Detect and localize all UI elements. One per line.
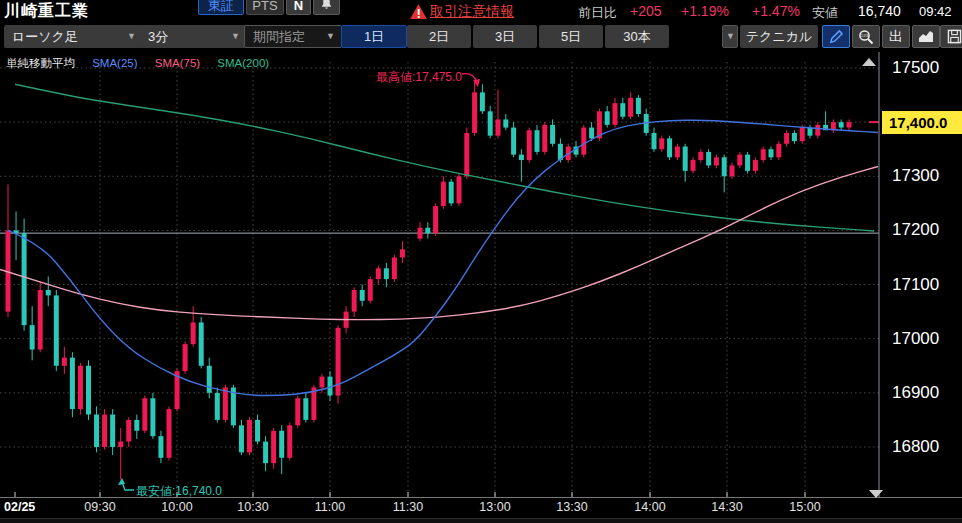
candle (613, 103, 618, 125)
candlestick-chart[interactable] (0, 52, 880, 497)
stock-title: 川崎重工業 (4, 1, 89, 22)
interval-value: 3分 (148, 29, 168, 44)
time-axis[interactable]: 02/2509:3010:0010:3011:0011:3013:0013:30… (0, 497, 962, 518)
interval-select[interactable]: 3分 ▼ (140, 25, 246, 48)
change-value: +205 (630, 3, 662, 19)
candle (22, 233, 27, 325)
candle (730, 165, 735, 176)
candle (54, 295, 59, 365)
chart-style-button[interactable] (912, 25, 940, 48)
period-more-dropdown[interactable]: ▼ (722, 25, 738, 48)
time-tick-label: 11:30 (383, 500, 433, 514)
candle (319, 377, 324, 388)
candle (745, 155, 750, 171)
candle (368, 279, 373, 301)
period-range-label: 期間指定 (253, 29, 305, 44)
candle (815, 125, 820, 136)
scroll-up-button[interactable] (862, 58, 876, 66)
period-range-select[interactable]: 期間指定 ▼ (244, 25, 342, 48)
candle (706, 152, 711, 166)
price-tick-label: 16800 (892, 437, 939, 457)
candle (753, 160, 758, 171)
candle (480, 92, 485, 111)
candle (400, 249, 405, 257)
candle (433, 206, 438, 233)
sma25-legend-label[interactable]: SMA(25) (92, 57, 137, 69)
date-label: 02/25 (4, 500, 64, 514)
candle (542, 125, 547, 152)
candle (352, 290, 357, 312)
draw-tool-button[interactable] (822, 25, 850, 48)
bell-icon (320, 0, 333, 10)
export-button[interactable]: 出 (882, 25, 910, 48)
candle (441, 182, 446, 206)
chart-toolbar: ローソク足 ▼ 3分 ▼ 期間指定 ▼ 1日 2日 3日 5日 30本 ▼ テク… (0, 23, 962, 50)
period-button-1day[interactable]: 1日 (341, 25, 407, 48)
day-low-time: 09:42 (919, 4, 952, 19)
time-tick-label: 11:00 (305, 500, 355, 514)
candle (303, 398, 308, 420)
sma200-legend-label[interactable]: SMA(200) (217, 57, 269, 69)
news-button[interactable]: N (286, 0, 311, 15)
sma75-legend-label[interactable]: SMA(75) (155, 57, 200, 69)
candle (488, 111, 493, 135)
time-tick-label: 10:00 (152, 500, 202, 514)
candle (271, 431, 276, 463)
candle (667, 138, 672, 157)
pts-badge[interactable]: PTS (246, 0, 284, 15)
candle (620, 103, 625, 117)
price-axis[interactable]: 17,400.0 1750017300172001710017000169001… (880, 52, 962, 497)
alert-bell-button[interactable] (313, 0, 340, 15)
day-low-label: 安値 (812, 4, 838, 22)
candle (472, 92, 477, 133)
candle (255, 420, 260, 442)
trade-warning-link[interactable]: 取引注意情報 (430, 3, 514, 21)
candle (527, 130, 532, 160)
candle (142, 398, 147, 430)
floppy-icon (947, 29, 962, 44)
day-low-value: 16,740 (858, 3, 901, 19)
app-header: 川崎重工業 東証 PTS N 取引注意情報 前日比 +205 +1.19% +1… (0, 0, 962, 22)
sma-legend-title: 単純移動平均 (6, 57, 75, 69)
candle (110, 414, 115, 446)
chevron-down-icon: ▼ (231, 25, 240, 48)
candle (70, 358, 75, 409)
candle (683, 147, 688, 171)
save-button[interactable] (940, 25, 962, 48)
candle (215, 393, 220, 420)
candle (239, 425, 244, 452)
price-tick-label: 17100 (892, 275, 939, 295)
period-button-3day[interactable]: 3日 (473, 25, 537, 48)
candle (295, 398, 300, 425)
candle (279, 431, 284, 458)
candle (376, 268, 381, 279)
candle (150, 398, 155, 436)
chevron-down-icon: ▼ (127, 25, 136, 48)
chart-type-value: ローソク足 (12, 29, 78, 44)
candle (652, 133, 657, 149)
candle (714, 157, 719, 165)
candle (449, 182, 454, 204)
period-button-5day[interactable]: 5日 (539, 25, 603, 48)
period-button-30bars[interactable]: 30本 (605, 25, 669, 48)
technical-button[interactable]: テクニカル (740, 25, 818, 48)
candle (808, 128, 813, 136)
candle (287, 425, 292, 457)
candle (761, 149, 766, 160)
candle (263, 442, 268, 464)
exchange-badge[interactable]: 東証 (198, 0, 244, 15)
period-button-2day[interactable]: 2日 (407, 25, 471, 48)
time-tick-label: 13:30 (547, 500, 597, 514)
scroll-down-button[interactable] (869, 490, 883, 498)
candle (519, 155, 524, 160)
chart-type-select[interactable]: ローソク足 ▼ (4, 25, 142, 48)
price-tick-label: 16900 (892, 383, 939, 403)
candle (589, 128, 594, 139)
candle (86, 366, 91, 415)
price-lookup-button[interactable]: 123 (852, 25, 880, 48)
price-tick-label: 17200 (892, 220, 939, 240)
candle (464, 133, 469, 176)
candle (425, 228, 430, 233)
time-tick-label: 13:00 (470, 500, 520, 514)
chevron-down-icon: ▼ (326, 26, 335, 47)
